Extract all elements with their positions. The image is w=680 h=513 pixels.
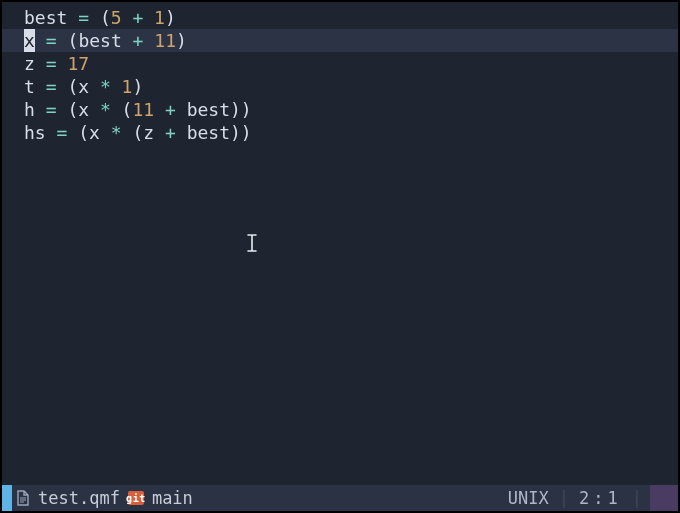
code-token: ( [68, 30, 79, 51]
cursor-line: 2 [579, 488, 593, 508]
code-token: 1 [154, 30, 165, 51]
code-token: ) [132, 76, 143, 97]
code-token [143, 30, 154, 51]
git-icon: git [128, 491, 144, 505]
git-branch-label: main [152, 487, 193, 510]
code-token [89, 99, 100, 120]
code-token: 5 [111, 7, 122, 28]
code-token: ( [67, 76, 78, 97]
code-token [111, 99, 122, 120]
code-line[interactable]: hs = (x * (z + best)) [2, 121, 678, 144]
file-icon [16, 490, 30, 506]
code-token: z [24, 53, 35, 74]
code-token [176, 99, 187, 120]
code-token: = [46, 76, 57, 97]
block-cursor: x [24, 29, 35, 52]
code-token: best [187, 99, 230, 120]
status-separator: | [559, 487, 569, 510]
code-token: ) [176, 30, 187, 51]
code-line[interactable]: x = (best + 11) [2, 29, 678, 52]
code-token [154, 122, 165, 143]
code-token [57, 30, 68, 51]
filename-label: test.qmf [38, 487, 120, 510]
status-separator: | [632, 487, 642, 510]
mode-indicator [2, 485, 12, 511]
code-token: ( [67, 99, 78, 120]
code-token: ) [230, 99, 241, 120]
code-token: 1 [122, 76, 133, 97]
code-token: s [100, 30, 111, 51]
code-token [57, 53, 68, 74]
code-token: ( [100, 7, 111, 28]
code-line[interactable]: best = (5 + 1) [2, 6, 678, 29]
code-token: ) [241, 122, 252, 143]
code-token: = [57, 122, 68, 143]
code-token: = [46, 53, 57, 74]
code-token: 11 [132, 99, 154, 120]
code-token: ) [241, 99, 252, 120]
code-token [67, 122, 78, 143]
code-token: best [24, 7, 67, 28]
code-line[interactable]: h = (x * (11 + best)) [2, 98, 678, 121]
code-token [100, 122, 111, 143]
code-token: * [100, 99, 111, 120]
code-token [89, 7, 100, 28]
status-bar-left: test.qmf git main [12, 487, 193, 510]
text-cursor-ibeam-icon [246, 234, 258, 252]
code-token: h [24, 99, 35, 120]
code-token: * [111, 122, 122, 143]
code-token: hs [24, 122, 46, 143]
code-token: 1 [165, 30, 176, 51]
code-token: z [143, 122, 154, 143]
code-line[interactable]: z = 17 [2, 52, 678, 75]
code-token [57, 99, 68, 120]
code-token [35, 30, 46, 51]
code-token [67, 7, 78, 28]
code-token [35, 76, 46, 97]
code-token [111, 76, 122, 97]
editor-area[interactable]: best = (5 + 1)x = (best + 11)z = 17t = (… [2, 2, 678, 485]
cursor-position: 2:1 [579, 487, 622, 510]
code-token: ) [165, 7, 176, 28]
editor-window: best = (5 + 1)x = (best + 11)z = 17t = (… [0, 0, 680, 513]
code-token [35, 99, 46, 120]
code-token [57, 76, 68, 97]
cursor-col: 1 [608, 488, 622, 508]
code-token [46, 122, 57, 143]
status-bar: test.qmf git main UNIX | 2:1 | [2, 485, 678, 511]
code-token [122, 122, 133, 143]
code-token: = [46, 99, 57, 120]
code-token: = [46, 30, 57, 51]
code-token [35, 53, 46, 74]
code-token: x [78, 99, 89, 120]
code-token: e [89, 30, 100, 51]
code-token: + [133, 30, 144, 51]
code-token: + [165, 122, 176, 143]
code-token [89, 76, 100, 97]
code-token: best [187, 122, 230, 143]
code-token: ( [132, 122, 143, 143]
code-token: ( [78, 122, 89, 143]
cursor-pos-separator: : [593, 488, 607, 508]
code-token: = [78, 7, 89, 28]
code-token: x [78, 76, 89, 97]
code-token [122, 30, 133, 51]
code-token: b [78, 30, 89, 51]
code-token: + [165, 99, 176, 120]
code-token: t [111, 30, 122, 51]
code-token [176, 122, 187, 143]
status-bar-right: UNIX | 2:1 | [508, 487, 650, 510]
code-token [122, 7, 133, 28]
code-token: x [89, 122, 100, 143]
code-token: * [100, 76, 111, 97]
code-token [143, 7, 154, 28]
status-bar-tail [650, 485, 678, 511]
code-line[interactable]: t = (x * 1) [2, 75, 678, 98]
code-token: ) [230, 122, 241, 143]
code-token: 1 [154, 7, 165, 28]
code-token: + [132, 7, 143, 28]
code-token: ( [122, 99, 133, 120]
code-token: 17 [67, 53, 89, 74]
code-token: t [24, 76, 35, 97]
code-token [154, 99, 165, 120]
